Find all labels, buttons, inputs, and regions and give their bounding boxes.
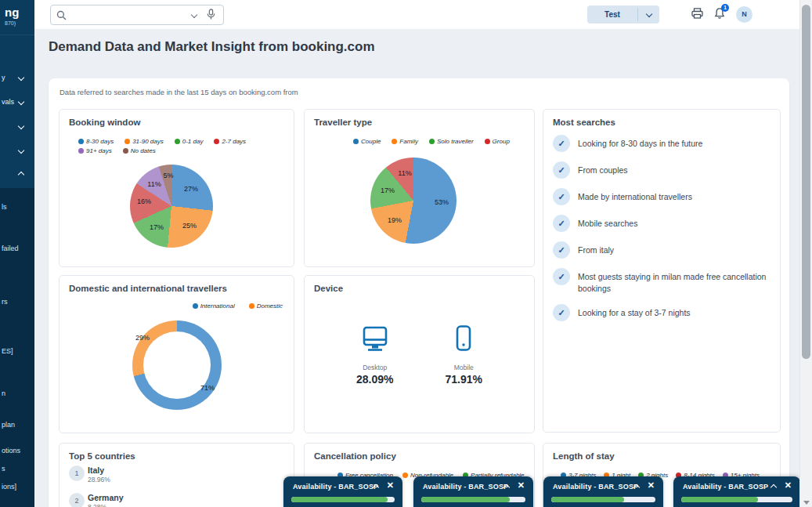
legend-item[interactable]: Solo traveller — [429, 138, 474, 145]
list-item-text: Looking for 8-30 days in the future — [578, 135, 702, 150]
nav-label: vals — [2, 98, 14, 106]
topbar: Test Reservation 1 N — [34, 0, 800, 30]
card-title: Cancellation policy — [314, 451, 396, 461]
device-value: 71.91% — [445, 373, 482, 386]
legend-label: Couple — [361, 138, 381, 145]
card-most-searches: Most searches ✓Looking for 8-30 days in … — [543, 109, 781, 433]
device-value: 28.09% — [356, 373, 393, 386]
popup-title: Availability - BAR_SOSP — [553, 483, 638, 491]
scrollbar-down-arrow[interactable] — [803, 501, 810, 505]
rank-badge: 2 — [69, 493, 85, 507]
search-icon — [56, 9, 67, 24]
legend-dot — [249, 303, 254, 309]
submenu-item[interactable]: otions — [2, 447, 20, 454]
scrollbar-thumb[interactable] — [802, 5, 810, 359]
sidebar-submenu: ls failed rs ES] n plan otions s ions] — [0, 188, 34, 507]
pie-label: 17% — [146, 223, 167, 231]
legend-item[interactable]: 31-90 days — [125, 138, 164, 145]
close-icon[interactable]: ✕ — [518, 480, 525, 491]
legend-item[interactable]: Family — [392, 138, 418, 145]
submenu-item[interactable]: plan — [2, 421, 15, 429]
legend-dot — [78, 148, 84, 154]
button-chevron-down-icon[interactable] — [646, 11, 652, 17]
submenu-item[interactable]: failed — [2, 244, 19, 252]
insights-panel: Data referred to searches made in the la… — [49, 78, 789, 507]
legend-item[interactable]: No dates — [123, 147, 156, 154]
chevron-down-icon — [18, 147, 24, 154]
close-icon[interactable]: ✕ — [648, 480, 655, 491]
button-divider — [637, 8, 638, 21]
device-stat-desktop: Desktop 28.09% — [356, 324, 393, 386]
availability-popup-4[interactable]: Availability - BAR_SOSP ✕ — [673, 476, 800, 507]
list-item: ✓Looking for 8-30 days in the future — [553, 135, 769, 152]
sidebar-nav-item-4[interactable] — [0, 145, 34, 159]
sidebar-logo[interactable]: ng 870) — [0, 0, 34, 35]
most-searches-list: ✓Looking for 8-30 days in the future ✓Fr… — [553, 135, 769, 321]
notification-badge: 1 — [721, 4, 729, 12]
expand-icon[interactable] — [770, 484, 777, 491]
sidebar: ng 870) y vals ls failed rs ES] n — [0, 0, 34, 507]
legend-item[interactable]: Domestic — [249, 302, 283, 310]
legend-item[interactable]: 2-7 days — [214, 138, 246, 145]
country-pct: 8.28% — [88, 503, 106, 507]
check-icon: ✓ — [553, 268, 570, 285]
device-label: Mobile — [454, 364, 474, 371]
chevron-down-icon — [18, 123, 24, 129]
card-booking-window: Booking window 8-30 days 31-90 days 0-1 … — [59, 109, 294, 267]
app-window: ng 870) y vals ls failed rs ES] n — [0, 0, 812, 507]
country-name: Germany — [88, 493, 124, 502]
donut-label: 29% — [132, 334, 153, 342]
card-title: Length of stay — [553, 451, 615, 461]
pie-label: 16% — [134, 197, 154, 205]
submenu-item[interactable]: ES] — [2, 347, 13, 355]
card-title: Device — [314, 284, 343, 293]
avatar[interactable]: N — [736, 6, 752, 23]
availability-popup-1[interactable]: Availability - BAR_SOSP ✕ — [283, 476, 402, 507]
pie-label: 17% — [377, 187, 398, 194]
legend-label: Group — [493, 138, 510, 145]
list-item: ✓Made by international travellers — [553, 188, 769, 205]
print-button[interactable] — [691, 7, 704, 23]
availability-popup-2[interactable]: Availability - BAR_SOSP ✕ — [413, 476, 533, 507]
legend-dot — [123, 148, 128, 154]
legend-item[interactable]: 8-30 days — [78, 138, 114, 145]
list-item-text: Looking for a stay of 3-7 nights — [578, 304, 691, 319]
logo-subtext: 870) — [5, 20, 16, 26]
pie-label: 19% — [384, 216, 405, 224]
submenu-item[interactable]: n — [2, 389, 5, 397]
legend-dot — [485, 139, 490, 144]
submenu-item[interactable]: ions] — [2, 483, 16, 491]
check-icon: ✓ — [553, 135, 570, 152]
microphone-icon[interactable] — [207, 9, 215, 24]
progress-fill — [681, 497, 758, 502]
legend-item[interactable]: 91+ days — [78, 147, 112, 154]
close-icon[interactable]: ✕ — [785, 480, 792, 491]
legend-item[interactable]: Group — [485, 138, 510, 145]
legend-item[interactable]: 0-1 day — [175, 138, 204, 145]
country-name: Italy — [88, 465, 104, 475]
chevron-down-icon — [18, 99, 24, 105]
legend-label: Solo traveller — [437, 138, 474, 145]
legend-label: Domestic — [257, 302, 283, 310]
legend-item[interactable]: Couple — [353, 138, 381, 145]
logo-text: ng — [5, 5, 19, 19]
search-chevron-down-icon[interactable] — [191, 12, 197, 18]
pie-label: 53% — [431, 198, 452, 206]
close-icon[interactable]: ✕ — [387, 480, 394, 491]
page-title: Demand Data and Market Insight from book… — [49, 39, 375, 55]
legend-item[interactable]: International — [193, 302, 235, 310]
availability-popup-3[interactable]: Availability - BAR_SOSP ✕ — [543, 476, 663, 507]
legend-dot — [402, 473, 408, 478]
notifications-bell-icon[interactable]: 1 — [714, 7, 725, 23]
test-reservation-button[interactable]: Test Reservation — [587, 5, 659, 24]
submenu-item[interactable]: s — [2, 465, 5, 473]
sidebar-nav-item-1[interactable]: y — [0, 72, 34, 86]
pie-label: 5% — [158, 172, 179, 179]
sidebar-nav-item-2[interactable]: vals — [0, 96, 34, 110]
submenu-item[interactable]: ls — [2, 203, 7, 211]
sidebar-nav-item-5[interactable] — [0, 169, 34, 183]
sidebar-nav-item-3[interactable] — [0, 121, 34, 135]
card-traveller-type: Traveller type Couple Family Solo travel… — [304, 109, 535, 267]
search-input[interactable] — [71, 6, 192, 24]
submenu-item[interactable]: rs — [2, 298, 8, 306]
